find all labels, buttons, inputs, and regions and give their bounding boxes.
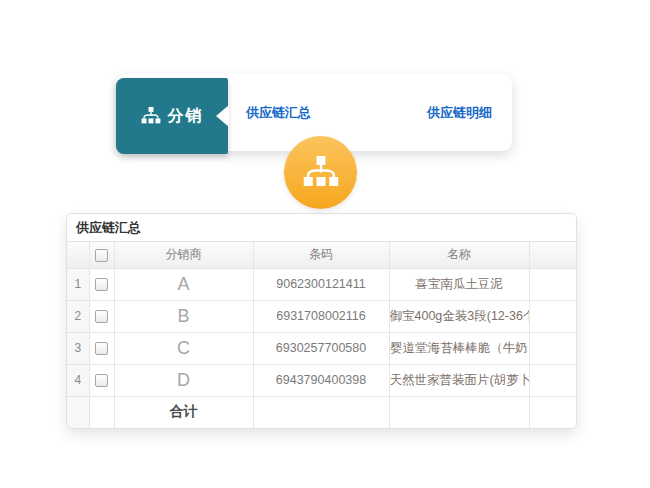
row-checkbox[interactable] [95, 342, 108, 355]
footer-barcode-cell [253, 396, 389, 428]
header-checkbox-cell [89, 242, 114, 268]
table-row: 2 B 6931708002116 御宝400g金装3段(12-36个 [67, 300, 576, 332]
header-barcode: 条码 [253, 242, 389, 268]
extra-cell [529, 364, 576, 396]
table-header-row: 分销商 条码 名称 [67, 242, 576, 268]
distributor-cell: A [114, 268, 253, 300]
table-row: 1 A 9062300121411 喜宝南瓜土豆泥 [67, 268, 576, 300]
footer-checkbox-cell [89, 396, 114, 428]
select-all-checkbox[interactable] [95, 249, 108, 262]
distributor-cell: B [114, 300, 253, 332]
table-row: 3 C 6930257700580 婴道堂海苔棒棒脆（牛奶 [67, 332, 576, 364]
row-checkbox[interactable] [95, 310, 108, 323]
checkbox-cell [89, 332, 114, 364]
extra-cell [529, 300, 576, 332]
total-label: 合计 [114, 396, 253, 428]
barcode-cell: 6943790400398 [253, 364, 389, 396]
panel-title: 供应链汇总 [67, 214, 576, 242]
tab-distribution-label: 分销 [168, 106, 204, 127]
sitemap-icon [303, 156, 339, 189]
sitemap-icon [141, 107, 161, 125]
header-row-number [67, 242, 89, 268]
name-cell: 喜宝南瓜土豆泥 [389, 268, 529, 300]
name-cell: 御宝400g金装3段(12-36个 [389, 300, 529, 332]
distributor-cell: C [114, 332, 253, 364]
row-checkbox[interactable] [95, 374, 108, 387]
tab-distribution-active[interactable]: 分销 [116, 78, 228, 154]
checkbox-cell [89, 268, 114, 300]
row-index: 3 [67, 332, 89, 364]
tab-supply-chain-detail[interactable]: 供应链明细 [427, 104, 492, 122]
sitemap-badge [284, 136, 357, 209]
tab-notch [216, 105, 229, 127]
row-index: 4 [67, 364, 89, 396]
footer-index-cell [67, 396, 89, 428]
table-row: 4 D 6943790400398 天然世家普装面片(胡萝卜 [67, 364, 576, 396]
supply-chain-summary-panel: 供应链汇总 分销商 条码 名称 1 [66, 213, 577, 429]
header-extra [529, 242, 576, 268]
row-checkbox[interactable] [95, 278, 108, 291]
row-index: 1 [67, 268, 89, 300]
tab-supply-chain-summary[interactable]: 供应链汇总 [246, 104, 311, 122]
checkbox-cell [89, 300, 114, 332]
extra-cell [529, 268, 576, 300]
supply-chain-summary-table: 分销商 条码 名称 1 A 9062300121411 喜宝南瓜土豆泥 2 [67, 242, 576, 428]
distributor-cell: D [114, 364, 253, 396]
table-footer-row: 合计 [67, 396, 576, 428]
barcode-cell: 9062300121411 [253, 268, 389, 300]
page: 供应链汇总 供应链明细 分销 供应链 [0, 0, 650, 488]
barcode-cell: 6931708002116 [253, 300, 389, 332]
name-cell: 婴道堂海苔棒棒脆（牛奶 [389, 332, 529, 364]
footer-name-cell [389, 396, 529, 428]
header-distributor: 分销商 [114, 242, 253, 268]
name-cell: 天然世家普装面片(胡萝卜 [389, 364, 529, 396]
checkbox-cell [89, 364, 114, 396]
footer-extra-cell [529, 396, 576, 428]
header-name: 名称 [389, 242, 529, 268]
extra-cell [529, 332, 576, 364]
row-index: 2 [67, 300, 89, 332]
barcode-cell: 6930257700580 [253, 332, 389, 364]
